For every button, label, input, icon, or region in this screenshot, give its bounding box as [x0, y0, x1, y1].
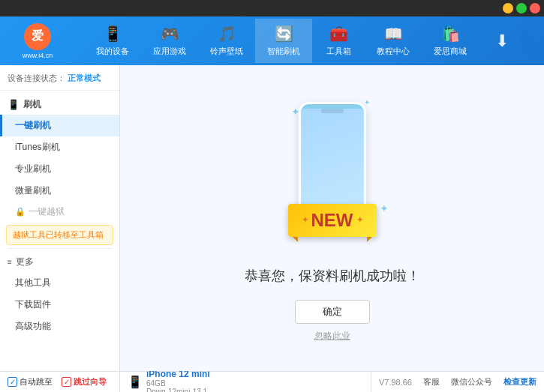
auto-jump-label: 自动跳至	[20, 376, 53, 388]
lock-icon: 🔒	[15, 207, 26, 217]
new-ribbon: ✦ NEW ✦	[288, 204, 377, 237]
sidebar-item-itunes-flash[interactable]: iTunes刷机	[0, 136, 119, 158]
nav-ringtones[interactable]: 🎵 铃声壁纸	[198, 19, 255, 63]
toolbox-icon: 🧰	[329, 25, 348, 43]
logo-icon: 爱	[24, 23, 51, 50]
auto-jump-checkbox[interactable]: 自动跳至	[8, 376, 53, 388]
logo[interactable]: 爱 www.i4.cn	[8, 23, 68, 59]
new-star-right: ✦	[356, 215, 363, 225]
sidebar-item-one-click-flash[interactable]: 一键刷机	[0, 115, 119, 136]
nav-tutorial[interactable]: 📖 教程中心	[365, 19, 422, 63]
skip-wizard-checkbox[interactable]: 跳过向导	[62, 376, 107, 388]
device-details: iPhone 12 mini 64GB Down-12mini-13,1	[146, 369, 210, 393]
download-button[interactable]: ⬇	[495, 31, 509, 51]
apps-games-icon: 🎮	[161, 25, 179, 43]
sidebar-divider	[8, 248, 112, 249]
sparkle-2: ✦	[364, 98, 370, 106]
title-bar	[0, 0, 544, 16]
more-icon: ≡	[8, 258, 12, 266]
nav-apps-games[interactable]: 🎮 应用游戏	[141, 19, 198, 63]
smart-flash-icon: 🔄	[275, 25, 293, 43]
account-button[interactable]: 👤	[516, 31, 536, 51]
success-message: 恭喜您，保资料刷机成功啦！	[245, 267, 420, 285]
new-badge: ✦ NEW ✦	[288, 204, 377, 237]
bottom-right-actions: V7.98.66 客服 微信公众号 检查更新	[371, 372, 544, 392]
device-firmware: Down-12mini-13,1	[146, 388, 210, 393]
ignore-link[interactable]: 忽略此业	[314, 330, 350, 343]
bottom-left-checkboxes: 自动跳至 跳过向导	[0, 372, 120, 392]
success-illustration: ✦ ✦ ✦ ✦ NEW ✦	[265, 94, 400, 259]
nav-my-device[interactable]: 📱 我的设备	[84, 19, 141, 63]
header-right-actions: ⬇ 👤	[495, 31, 536, 51]
skip-wizard-label: 跳过向导	[74, 376, 107, 388]
main-area: 设备连接状态： 正常模式 📱 刷机 一键刷机 iTunes刷机 专业刷机 微量刷…	[0, 65, 544, 371]
sidebar-item-jailbreak-locked: 🔒 一键越狱	[0, 202, 119, 222]
store-icon: 🛍️	[441, 25, 460, 43]
nav-store[interactable]: 🛍️ 爱思商城	[422, 19, 479, 63]
nav-toolbox[interactable]: 🧰 工具箱	[312, 19, 365, 63]
new-label: NEW	[311, 210, 353, 231]
device-storage: 64GB	[146, 379, 210, 388]
connection-status: 设备连接状态： 正常模式	[0, 69, 119, 91]
header: 爱 www.i4.cn 📱 我的设备 🎮 应用游戏 🎵 铃声壁纸 🔄 智能刷机 …	[0, 16, 544, 65]
tutorial-icon: 📖	[384, 25, 403, 43]
logo-tagline: www.i4.cn	[23, 52, 53, 59]
device-info-section: 📱 iPhone 12 mini 64GB Down-12mini-13,1	[120, 372, 371, 392]
main-content: ✦ ✦ ✦ ✦ NEW ✦	[120, 65, 544, 371]
support-link[interactable]: 客服	[423, 376, 440, 388]
nav-bar: 📱 我的设备 🎮 应用游戏 🎵 铃声壁纸 🔄 智能刷机 🧰 工具箱 📖 教程中心…	[68, 19, 495, 63]
sidebar-item-advanced[interactable]: 高级功能	[0, 316, 119, 337]
nav-store-label: 爱思商城	[434, 46, 467, 57]
status-value: 正常模式	[68, 73, 101, 82]
jailbreak-notice: 越狱工具已转移至工具箱	[6, 225, 113, 245]
sidebar-item-micro-flash[interactable]: 微量刷机	[0, 180, 119, 202]
sidebar-item-download-firmware[interactable]: 下载固件	[0, 294, 119, 316]
check-update-link[interactable]: 检查更新	[503, 376, 536, 388]
ringtones-icon: 🎵	[218, 25, 236, 43]
phone-graphic: ✦ ✦ ✦ ✦ NEW ✦	[265, 94, 400, 244]
phone-notch	[321, 109, 344, 113]
maximize-button[interactable]	[516, 3, 527, 13]
auto-jump-checkbox-box[interactable]	[8, 377, 17, 387]
more-section-title: ≡ 更多	[0, 252, 119, 272]
device-phone-icon: 📱	[128, 375, 143, 389]
flash-section-title: 📱 刷机	[0, 94, 119, 115]
wechat-link[interactable]: 微信公众号	[451, 376, 492, 388]
nav-ringtones-label: 铃声壁纸	[210, 46, 243, 57]
minimize-button[interactable]	[503, 3, 513, 13]
confirm-button[interactable]: 确定	[295, 300, 370, 324]
bottom-bar: 自动跳至 跳过向导 📱 iPhone 12 mini 64GB Down-12m…	[0, 371, 544, 392]
flash-section-icon: 📱	[8, 99, 20, 110]
ribbon-tail-right	[367, 237, 372, 242]
nav-smart-flash[interactable]: 🔄 智能刷机	[255, 19, 312, 63]
nav-tutorial-label: 教程中心	[377, 46, 410, 57]
sidebar: 设备连接状态： 正常模式 📱 刷机 一键刷机 iTunes刷机 专业刷机 微量刷…	[0, 65, 120, 371]
skip-wizard-checkbox-box[interactable]	[62, 377, 71, 387]
close-button[interactable]	[530, 3, 540, 13]
sparkle-3: ✦	[380, 202, 389, 214]
nav-smart-flash-label: 智能刷机	[267, 46, 300, 57]
sidebar-item-pro-flash[interactable]: 专业刷机	[0, 158, 119, 180]
nav-my-device-label: 我的设备	[96, 46, 129, 57]
ribbon-tail-left	[293, 237, 298, 242]
version-label: V7.98.66	[379, 378, 412, 387]
nav-toolbox-label: 工具箱	[326, 46, 351, 57]
my-device-icon: 📱	[104, 25, 122, 43]
nav-apps-games-label: 应用游戏	[153, 46, 186, 57]
sidebar-item-other-tools[interactable]: 其他工具	[0, 272, 119, 294]
new-star-left: ✦	[302, 215, 308, 225]
